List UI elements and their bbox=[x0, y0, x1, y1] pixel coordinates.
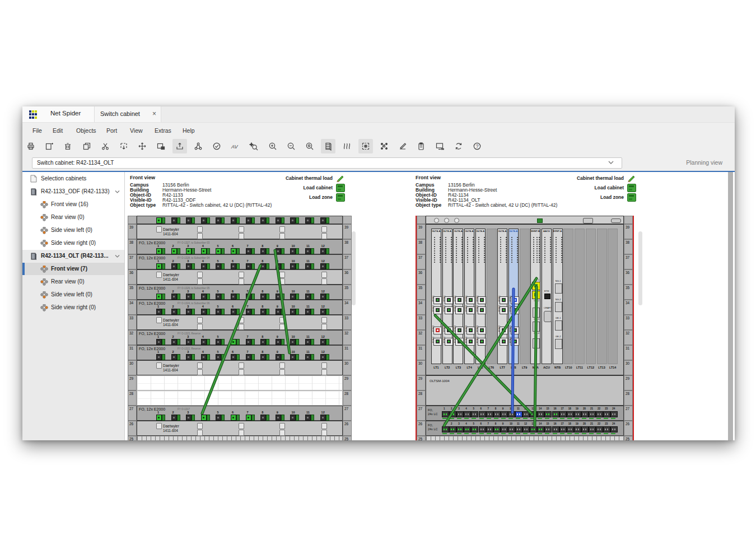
e2000-port[interactable] bbox=[156, 354, 162, 360]
rack-row-u40-partial[interactable] bbox=[137, 216, 343, 224]
e2000-port[interactable] bbox=[290, 294, 296, 300]
e2000-port[interactable] bbox=[305, 339, 311, 345]
e2000-port[interactable] bbox=[186, 354, 192, 360]
e2000-port[interactable] bbox=[260, 339, 266, 345]
e2000-port[interactable] bbox=[216, 248, 221, 254]
lc-port[interactable] bbox=[471, 426, 478, 432]
e2000-port[interactable] bbox=[260, 217, 266, 224]
rack-row-u29-empty[interactable] bbox=[137, 375, 343, 390]
e2000-port[interactable] bbox=[201, 263, 207, 269]
lc-port[interactable] bbox=[544, 426, 552, 432]
lc-port[interactable] bbox=[501, 426, 508, 432]
rack-row-u26-daetwyler[interactable]: Daetwyler1411-604 bbox=[137, 421, 343, 436]
e2000-port[interactable] bbox=[201, 354, 207, 360]
approve-button[interactable] bbox=[209, 139, 224, 153]
lc-port[interactable] bbox=[471, 411, 478, 417]
e2000-port[interactable] bbox=[186, 263, 192, 269]
olt-chassis[interactable]: GLT4-APON1PON2PON3PON4LT1GLT4-APON1PON2P… bbox=[426, 224, 624, 375]
auto-text-button[interactable]: AV bbox=[228, 139, 242, 153]
e2000-port[interactable] bbox=[201, 294, 207, 300]
card-lt2[interactable]: GLT4-APON1PON2PON3PON4 bbox=[442, 229, 452, 364]
e2000-port[interactable] bbox=[216, 263, 221, 269]
lc-port[interactable] bbox=[508, 411, 515, 417]
e2000-port[interactable] bbox=[320, 339, 326, 345]
delete-button[interactable] bbox=[60, 139, 75, 153]
lc-port[interactable] bbox=[449, 411, 456, 417]
e2000-port[interactable] bbox=[216, 415, 221, 421]
e2000-port[interactable] bbox=[186, 248, 192, 254]
card-lt5[interactable]: GLT4-APON1PON2PON3PON4 bbox=[475, 229, 486, 364]
tree-item-side-view-right-0[interactable]: Side view right (0) bbox=[22, 301, 124, 314]
lc-port[interactable] bbox=[456, 411, 464, 417]
port-ge-1[interactable] bbox=[555, 320, 562, 331]
lc-port[interactable] bbox=[581, 426, 589, 432]
new-document-button[interactable] bbox=[42, 139, 57, 153]
menu-extras[interactable]: Extras bbox=[151, 125, 175, 136]
tree-item-side-view-left-0[interactable]: Side view left (0) bbox=[22, 289, 124, 301]
slot-lt6-empty[interactable] bbox=[487, 229, 497, 364]
e2000-port[interactable] bbox=[290, 263, 296, 269]
rack-row-u30-daetwyler[interactable]: Daetwyler1411-604 bbox=[137, 360, 343, 375]
pon-port-pon2[interactable] bbox=[433, 306, 442, 314]
e2000-port[interactable] bbox=[216, 217, 221, 224]
cut-button[interactable] bbox=[98, 139, 113, 153]
port-craft[interactable] bbox=[544, 311, 552, 322]
e2000-port[interactable] bbox=[320, 248, 326, 254]
menu-help[interactable]: Help bbox=[179, 125, 198, 136]
lc-port[interactable] bbox=[515, 411, 522, 417]
menu-objects[interactable]: Objects bbox=[73, 125, 100, 136]
slot-lt14-empty[interactable] bbox=[608, 229, 618, 364]
card-lt8[interactable]: GLT4-APON1PON2PON3PON4 bbox=[508, 229, 519, 364]
e2000-port[interactable] bbox=[320, 263, 326, 269]
e2000-port[interactable] bbox=[171, 354, 177, 360]
pon-port-pon1[interactable] bbox=[500, 296, 508, 304]
refresh-button[interactable] bbox=[451, 139, 466, 153]
print-button[interactable] bbox=[24, 139, 38, 153]
rack-row-u36-daetwyler[interactable]: Daetwyler1411-604 bbox=[137, 269, 343, 285]
lc-port[interactable] bbox=[574, 411, 581, 417]
e2000-port[interactable] bbox=[246, 217, 251, 224]
e2000-port[interactable] bbox=[276, 309, 281, 315]
tree-item-side-view-left-0[interactable]: Side view left (0) bbox=[22, 224, 124, 236]
lc-port[interactable] bbox=[610, 426, 618, 432]
e2000-port[interactable] bbox=[276, 263, 281, 269]
port-ge-3[interactable] bbox=[533, 308, 540, 318]
display-settings-button[interactable] bbox=[432, 139, 447, 153]
load-indicator-icon[interactable] bbox=[627, 184, 636, 192]
e2000-port[interactable] bbox=[231, 339, 236, 345]
copy-button[interactable] bbox=[80, 139, 94, 153]
export-button[interactable] bbox=[172, 139, 187, 153]
e2000-port[interactable] bbox=[186, 217, 192, 224]
lc-port[interactable] bbox=[501, 411, 508, 417]
pon-port-pon3[interactable] bbox=[478, 327, 486, 334]
lc-port[interactable] bbox=[537, 411, 544, 417]
window-scrollbar[interactable] bbox=[728, 172, 733, 440]
paste-region-button[interactable] bbox=[116, 139, 131, 153]
lc-port[interactable] bbox=[456, 426, 464, 432]
pon-port-pon1[interactable] bbox=[433, 296, 442, 304]
e2000-port[interactable] bbox=[186, 309, 192, 315]
menu-port[interactable]: Port bbox=[103, 125, 120, 136]
port-ge-2[interactable] bbox=[555, 339, 562, 349]
rack-row-u35-fo-panel[interactable]: FO, 12x E2000FY O-1329, to Subscriber 05… bbox=[137, 285, 343, 300]
e2000-port[interactable] bbox=[246, 309, 251, 315]
e2000-port[interactable] bbox=[171, 263, 177, 269]
left-rack-scrollbar[interactable] bbox=[352, 231, 356, 305]
rack-row-u33-daetwyler[interactable]: Daetwyler1411-604 bbox=[137, 315, 343, 330]
lc-port[interactable] bbox=[552, 426, 559, 432]
e2000-port[interactable] bbox=[305, 354, 311, 360]
card-ntb[interactable]: EXNT-ANG-1NG-2GE-1GE-2 bbox=[553, 229, 563, 364]
pon-port-pon4[interactable] bbox=[455, 338, 464, 346]
lc-port[interactable] bbox=[442, 426, 449, 432]
load-indicator-icon[interactable] bbox=[627, 193, 636, 202]
lc-port[interactable] bbox=[581, 411, 589, 417]
rack-row-u27-fo-panel[interactable]: FO, 12x E2000FY O-1317123456789101112 bbox=[137, 406, 343, 421]
e2000-port[interactable] bbox=[231, 263, 236, 269]
e2000-port[interactable] bbox=[246, 415, 251, 421]
rack-row-u38-fo-panel[interactable]: FO, 12x E2000FY O-1327, to Subscriber 03… bbox=[137, 239, 343, 254]
card-lt7[interactable]: GLT4-APON1PON2PON3PON4 bbox=[497, 229, 507, 364]
tree-chevron-icon[interactable] bbox=[115, 254, 120, 258]
e2000-port[interactable] bbox=[171, 339, 177, 345]
pon-port-pon4[interactable] bbox=[433, 338, 442, 346]
help-button[interactable]: ? bbox=[470, 139, 484, 153]
